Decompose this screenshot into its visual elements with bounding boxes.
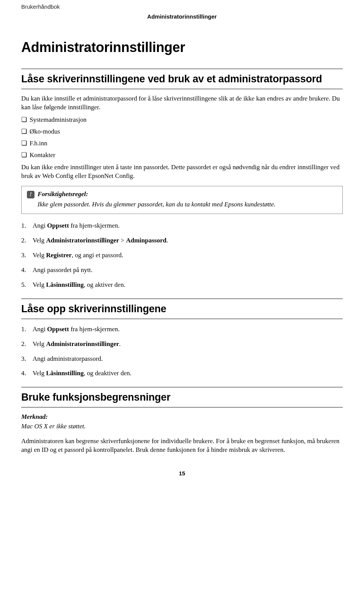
step-item: 3.Angi administratorpassord.	[21, 355, 343, 363]
step-item: 2.Velg Administratorinnstillinger > Admi…	[21, 236, 343, 245]
step-item: 4.Velg Låsinnstilling, og deaktiver den.	[21, 369, 343, 378]
step-number: 3.	[21, 355, 33, 363]
step-text: Angi Oppsett fra hjem-skjermen.	[33, 325, 119, 334]
section-1-intro: Du kan ikke innstille et administratorpa…	[21, 94, 343, 112]
step-number: 5.	[21, 281, 33, 289]
running-head: Brukerhåndbok	[21, 3, 343, 11]
chapter-title: Administratorinnstillinger	[21, 38, 343, 57]
step-item: 2.Velg Administratorinnstillinger.	[21, 340, 343, 349]
caution-body: Ikke glem passordet. Hvis du glemmer pas…	[27, 200, 337, 209]
bullet-item: ❏F.h.inn	[21, 139, 343, 148]
step-text: Angi passordet på nytt.	[33, 266, 93, 275]
step-number: 1.	[21, 325, 33, 334]
page-number: 15	[21, 470, 343, 477]
running-subhead: Administratorinnstillinger	[21, 13, 343, 20]
section-1-after-bullets: Du kan ikke endre innstillinger uten å t…	[21, 163, 343, 181]
section-1-steps: 1.Angi Oppsett fra hjem-skjermen. 2.Velg…	[21, 222, 343, 289]
bullet-text: Kontakter	[30, 151, 55, 159]
section-3-body: Administratoren kan begrense skriverfunk…	[21, 437, 343, 454]
step-text: Velg Låsinnstilling, og aktiver den.	[33, 281, 126, 289]
step-number: 4.	[21, 266, 33, 275]
note-body: Mac OS X er ikke støttet.	[21, 422, 343, 431]
section-1-bullets: ❏Systemadministrasjon ❏Øko-modus ❏F.h.in…	[21, 116, 343, 160]
bullet-item: ❏Systemadministrasjon	[21, 116, 343, 124]
step-item: 4.Angi passordet på nytt.	[21, 266, 343, 275]
step-text: Velg Låsinnstilling, og deaktiver den.	[33, 369, 132, 378]
step-number: 3.	[21, 251, 33, 260]
bullet-item: ❏Kontakter	[21, 151, 343, 160]
caution-box: ! Forsiktighetsregel: Ikke glem passorde…	[21, 186, 343, 214]
step-item: 3.Velg Registrer, og angi et passord.	[21, 251, 343, 260]
bullet-text: Systemadministrasjon	[30, 116, 86, 123]
bullet-item: ❏Øko-modus	[21, 127, 343, 136]
step-item: 1.Angi Oppsett fra hjem-skjermen.	[21, 222, 343, 230]
section-1-title: Låse skriverinnstillingene ved bruk av e…	[21, 69, 343, 89]
step-item: 5.Velg Låsinnstilling, og aktiver den.	[21, 281, 343, 289]
bullet-text: F.h.inn	[30, 140, 47, 147]
step-text: Velg Administratorinnstillinger.	[33, 340, 121, 349]
section-2-steps: 1.Angi Oppsett fra hjem-skjermen. 2.Velg…	[21, 325, 343, 378]
caution-icon: !	[27, 191, 35, 198]
step-text: Angi administratorpassord.	[33, 355, 103, 363]
step-number: 4.	[21, 369, 33, 378]
step-number: 2.	[21, 340, 33, 349]
section-3-title: Bruke funksjonsbegrensninger	[21, 387, 343, 407]
step-text: Velg Administratorinnstillinger > Adminp…	[33, 236, 168, 245]
step-text: Velg Registrer, og angi et passord.	[33, 251, 123, 260]
section-2-title: Låse opp skriverinnstillingene	[21, 299, 343, 319]
step-text: Angi Oppsett fra hjem-skjermen.	[33, 222, 119, 230]
note-heading: Merknad:	[21, 413, 343, 421]
step-number: 2.	[21, 236, 33, 245]
bullet-text: Øko-modus	[30, 128, 60, 135]
step-item: 1.Angi Oppsett fra hjem-skjermen.	[21, 325, 343, 334]
caution-title: Forsiktighetsregel:	[38, 190, 88, 199]
step-number: 1.	[21, 222, 33, 230]
